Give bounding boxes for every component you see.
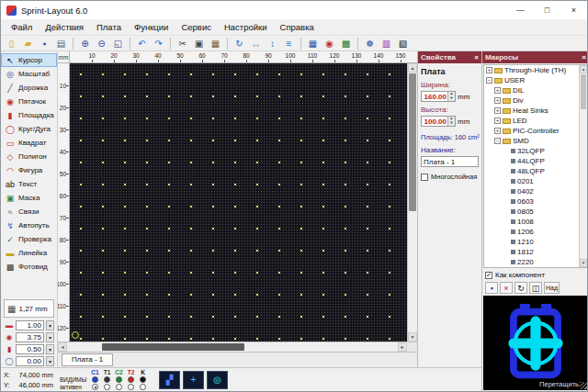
- tool-text[interactable]: abТекст: [1, 177, 57, 191]
- tool-pad[interactable]: ◉Пятачок: [1, 95, 57, 108]
- layer-active-radio-c2[interactable]: [116, 384, 122, 390]
- zoom-board-icon[interactable]: ◱: [110, 37, 126, 50]
- tree-item-0201[interactable]: 0201: [484, 176, 587, 186]
- layer-chip-t1[interactable]: T1: [101, 369, 113, 375]
- expand-icon[interactable]: +: [494, 97, 501, 104]
- minimize-button[interactable]: —: [507, 1, 534, 19]
- tool-rectangle[interactable]: ▭Квадрат: [1, 136, 57, 150]
- layer-visible-toggle-c1[interactable]: [92, 376, 98, 383]
- tree-item-pic-controller[interactable]: +PIC-Controller: [484, 126, 587, 136]
- layer-chip-k[interactable]: K: [137, 369, 149, 375]
- spin-down-icon[interactable]: ▾: [450, 121, 452, 126]
- expand-icon[interactable]: +: [494, 118, 501, 124]
- tree-item-48lqfp[interactable]: 48LQFP: [484, 166, 587, 176]
- tree-item-32lqfp[interactable]: 32LQFP: [484, 146, 587, 156]
- tree-item-1206[interactable]: 1206: [484, 227, 587, 237]
- tool-special-form[interactable]: ◠Фигура: [1, 163, 57, 177]
- menu-help[interactable]: Справка: [274, 21, 321, 33]
- tree-item-dil[interactable]: +DIL: [484, 85, 587, 95]
- macros-close-icon[interactable]: ×: [582, 53, 586, 62]
- horizontal-scroll-thumb[interactable]: [102, 343, 244, 351]
- tree-item-0603[interactable]: 0603: [484, 196, 587, 207]
- over-option-button[interactable]: Над: [544, 282, 560, 294]
- vertical-scroll-track[interactable]: [408, 73, 417, 332]
- layer-visible-toggle-t1[interactable]: [104, 376, 110, 383]
- cut-icon[interactable]: ✂: [175, 37, 190, 50]
- vertical-scroll-thumb[interactable]: [409, 73, 416, 211]
- misc-width-selector[interactable]: ◯0.00▾: [1, 355, 57, 367]
- tree-item-0805[interactable]: 0805: [484, 207, 587, 217]
- redo-icon[interactable]: ↷: [151, 37, 166, 50]
- tool-connections[interactable]: ≈Связи: [1, 205, 57, 218]
- expand-icon[interactable]: +: [494, 87, 501, 94]
- board-tab[interactable]: Плата - 1: [62, 353, 113, 366]
- settings-gear-icon[interactable]: ☸: [362, 37, 378, 50]
- menu-functions[interactable]: Функции: [128, 21, 175, 33]
- smd-size-selector[interactable]: ▮0.50▾: [1, 343, 57, 355]
- tool-measure[interactable]: ▬Линейка: [1, 246, 57, 260]
- layer-chip-c2[interactable]: С2: [113, 369, 125, 375]
- tool-circle-arc[interactable]: ◯Круг/Дуга: [1, 122, 57, 136]
- properties-close-icon[interactable]: ×: [474, 53, 479, 62]
- as-component-row[interactable]: ✓ Как компонент: [482, 269, 588, 281]
- zoom-out-icon[interactable]: ⊖: [94, 37, 109, 50]
- height-spinner[interactable]: ▴ ▾: [447, 117, 455, 126]
- menu-actions[interactable]: Действия: [39, 21, 90, 33]
- expand-icon[interactable]: +: [494, 107, 501, 114]
- tool-smd-pad[interactable]: ▮Площадка: [1, 108, 57, 122]
- tree-item-led[interactable]: +LED: [484, 116, 587, 126]
- scroll-left-icon[interactable]: ◄: [58, 342, 67, 352]
- tree-item-1210[interactable]: 1210: [484, 237, 587, 247]
- delete-macro-button[interactable]: ×: [500, 282, 513, 294]
- board-name-input[interactable]: [421, 156, 479, 167]
- dropdown-caret-icon[interactable]: ▾: [46, 332, 54, 342]
- layer-active-radio-c1[interactable]: [92, 384, 98, 390]
- solder-mask-icon[interactable]: ▩: [338, 37, 354, 50]
- layer-active-radio-k[interactable]: [140, 384, 146, 390]
- track-width-selector-value[interactable]: 1.00: [16, 320, 44, 330]
- pcb-canvas[interactable]: [70, 63, 407, 342]
- tool-cursor[interactable]: ↖Курсор: [1, 53, 57, 67]
- width-spinner[interactable]: ▴ ▾: [447, 92, 455, 101]
- print-icon[interactable]: ▤: [53, 37, 69, 50]
- dropdown-caret-icon[interactable]: ▾: [46, 356, 54, 366]
- tool-mask[interactable]: ▣Маска: [1, 191, 57, 205]
- collapse-icon[interactable]: −: [486, 77, 492, 84]
- tree-scrollbar[interactable]: ▲ ▼: [579, 65, 587, 267]
- track-width-selector[interactable]: ▬1.00▾: [1, 319, 57, 331]
- rotate-icon[interactable]: ↻: [232, 37, 247, 50]
- new-file-icon[interactable]: ▯: [4, 37, 19, 50]
- menu-file[interactable]: Файл: [5, 21, 39, 33]
- layer-visible-toggle-t2[interactable]: [128, 376, 134, 383]
- open-file-icon[interactable]: ▰: [20, 37, 36, 50]
- mirror-horizontal-icon[interactable]: ↔: [248, 37, 264, 50]
- tree-item-1008[interactable]: 1008: [484, 217, 587, 227]
- tree-item-heat-sinks[interactable]: +Heat Sinks: [484, 106, 587, 116]
- pad-size-selector-value[interactable]: 3.75: [16, 332, 44, 342]
- align-icon[interactable]: ≡: [281, 37, 297, 50]
- scroll-down-icon[interactable]: ▼: [408, 332, 417, 342]
- tool-test-check[interactable]: ✓Проверка: [1, 232, 57, 246]
- scroll-right-icon[interactable]: ►: [398, 342, 407, 352]
- tree-item-user[interactable]: −USER: [484, 75, 587, 85]
- tree-item-1812[interactable]: 1812: [484, 247, 587, 257]
- multilayer-checkbox[interactable]: [421, 174, 428, 181]
- test-mode-icon[interactable]: ◉: [322, 37, 337, 50]
- layer-visible-toggle-k[interactable]: [140, 376, 146, 383]
- misc-width-selector-value[interactable]: 0.00: [16, 356, 44, 366]
- macro-preview[interactable]: Перетащить: [483, 296, 588, 390]
- scroll-up-icon[interactable]: ▲: [580, 65, 587, 73]
- tree-item-smd[interactable]: −SMD: [484, 136, 587, 146]
- menu-service[interactable]: Сервис: [175, 21, 218, 33]
- tree-item-through-hole[interactable]: +Through-Hole (TH): [484, 65, 587, 75]
- tree-scroll-thumb[interactable]: [581, 74, 586, 109]
- menu-settings[interactable]: Настройки: [218, 21, 274, 33]
- layers-icon[interactable]: ▧: [395, 37, 411, 50]
- mirror-macro-button[interactable]: ◫: [529, 282, 542, 294]
- tree-scroll-track[interactable]: [580, 73, 587, 259]
- dropdown-caret-icon[interactable]: ▾: [46, 344, 54, 354]
- board-width-input[interactable]: 160.00 ▴ ▾: [421, 91, 456, 102]
- zoom-in-icon[interactable]: ⊕: [77, 37, 93, 50]
- tool-photo-view[interactable]: ▩Фотовид: [1, 260, 57, 274]
- tree-item-44lqfp[interactable]: 44LQFP: [484, 156, 587, 166]
